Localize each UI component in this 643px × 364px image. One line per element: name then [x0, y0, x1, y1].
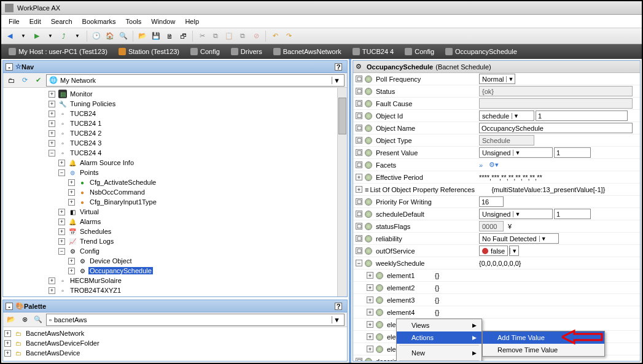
palette-help-icon[interactable]: ? [335, 303, 342, 310]
chevron-down-icon[interactable]: ▼ [506, 76, 515, 82]
menu-search[interactable]: Search [46, 17, 77, 26]
nav-combo[interactable]: 🌐 My Network ▼ [46, 74, 345, 87]
facets-value[interactable]: » [479, 161, 483, 169]
exp-devobj[interactable]: + [68, 258, 75, 265]
saveall-button[interactable]: 🗎 [163, 30, 176, 42]
tree-virtual[interactable]: Virtual [79, 208, 100, 215]
exp-hecb[interactable]: + [49, 277, 55, 284]
exp-alarmsrc[interactable]: + [58, 160, 65, 166]
exp-present[interactable]: ☐ [356, 149, 362, 156]
exp-config[interactable]: − [58, 248, 65, 255]
back-dd[interactable]: ▼ [17, 30, 29, 42]
tree-trend[interactable]: Trend Logs [79, 238, 115, 245]
facets-edit-icon[interactable]: ⚙▾ [489, 161, 499, 169]
menu-help[interactable]: Help [180, 17, 204, 26]
exp-alarms[interactable]: + [58, 219, 65, 225]
palette-net[interactable]: BacnetAwsNetwork [25, 330, 85, 337]
objid-num[interactable]: 1 [536, 110, 628, 121]
exp-points[interactable]: − [58, 169, 65, 176]
tree-cfgact[interactable]: Cfg_ActivateSchedule [88, 179, 157, 186]
save-button[interactable]: 💾 [150, 30, 162, 42]
schdef-num[interactable]: 1 [554, 209, 591, 219]
exp-schedules[interactable]: + [58, 228, 65, 235]
exp-t4[interactable]: − [49, 150, 55, 157]
objname-value[interactable]: OccupancySchedule [479, 123, 633, 133]
crumb-drivers[interactable]: Drivers [226, 47, 267, 56]
exp-nsb[interactable]: + [68, 189, 75, 196]
oos-dd[interactable]: ▼ [509, 246, 519, 256]
tree-devobj[interactable]: Device Object [88, 257, 133, 265]
tree-schedules[interactable]: Schedules [79, 228, 112, 235]
reliability-select[interactable]: No Fault Detected▼ [479, 233, 559, 244]
palette-folder[interactable]: BacnetAwsDeviceFolder [25, 339, 101, 347]
present-select[interactable]: Unsigned▼ [479, 147, 553, 158]
menu-file[interactable]: File [4, 17, 25, 26]
back-button[interactable]: ◀ [4, 30, 16, 42]
copy-button[interactable]: ⧉ [209, 30, 222, 42]
fwd-button[interactable]: ▶ [31, 30, 43, 42]
exp-t1[interactable]: + [49, 120, 55, 127]
exp-objtype[interactable]: ☐ [356, 137, 362, 144]
delete-button[interactable]: ⊘ [250, 30, 262, 42]
exp-status[interactable]: ☐ [356, 88, 362, 95]
exp-el4[interactable]: + [367, 309, 373, 316]
palette-search-icon[interactable]: 🔍 [33, 314, 44, 325]
undo-button[interactable]: ↶ [269, 30, 281, 42]
exp-el2[interactable]: + [367, 284, 373, 291]
tree-trob[interactable]: TROB24T4XYZ1 [69, 287, 122, 294]
schdef-select[interactable]: Unsigned▼ [479, 209, 553, 219]
exp-descrip[interactable]: ☐ [356, 358, 362, 361]
tree-t4[interactable]: TUCB24 4 [69, 149, 103, 157]
redo-button[interactable]: ↷ [283, 30, 295, 42]
exp-trend[interactable]: + [58, 238, 65, 245]
palette-device[interactable]: BacnetAwsDevice [25, 349, 81, 357]
exp-statusflags[interactable]: ☐ [356, 223, 362, 230]
exp-paldev[interactable]: + [4, 350, 11, 357]
tree-t2[interactable]: TUCB24 2 [69, 130, 103, 137]
objid-select[interactable]: schedule▼ [479, 110, 534, 121]
tree-alarmsrc[interactable]: Alarm Source Info [79, 159, 135, 166]
exp-el6[interactable]: + [367, 333, 373, 340]
tree-hecb[interactable]: HECBMurSolaire [69, 277, 123, 284]
nav-tree[interactable]: +▤Monitor +🔧Tuning Policies +▫TUCB24 +▫T… [3, 88, 347, 296]
exp-trob[interactable]: + [49, 287, 55, 294]
crumb-station[interactable]: Station (Test123) [114, 47, 184, 56]
palette-combo[interactable]: ▫ bacnetAws ▼ [46, 314, 345, 326]
exp-el5[interactable]: + [367, 321, 373, 328]
tree-points[interactable]: Points [79, 169, 100, 176]
exp-fault[interactable]: ☐ [356, 100, 362, 107]
present-num[interactable]: 1 [554, 147, 591, 158]
recent-button[interactable]: 🕑 [90, 30, 103, 42]
ctx-new[interactable]: New▶ [397, 347, 481, 359]
priority-value[interactable]: 16 [479, 196, 504, 207]
oos-toggle[interactable]: false [479, 246, 508, 256]
exp-t3[interactable]: + [49, 140, 55, 147]
exp-objid[interactable]: ☐ [356, 112, 362, 119]
palette-collapse-icon[interactable]: - [6, 303, 13, 310]
open-button[interactable]: 📂 [136, 30, 149, 42]
poll-select[interactable]: Normal▼ [479, 74, 515, 84]
chevron-down-icon[interactable]: ▼ [513, 150, 521, 156]
nav-bookmark-icon[interactable]: ✔ [33, 75, 44, 86]
chevron-down-icon[interactable]: ▼ [513, 211, 521, 217]
tree-t0[interactable]: TUCB24 [69, 110, 97, 117]
crumb-host[interactable]: My Host : user-PC1 (Test123) [4, 47, 112, 56]
flags-edit-icon[interactable]: ¥ [508, 223, 512, 230]
crumb-config2[interactable]: Config [400, 47, 439, 56]
exp-occ[interactable]: + [68, 268, 75, 274]
exp-el3[interactable]: + [367, 296, 373, 303]
exp-el1[interactable]: + [367, 272, 373, 279]
chevron-down-icon[interactable]: ▼ [332, 77, 341, 84]
crumb-device[interactable]: TUCB24 4 [348, 47, 399, 56]
nav-expand-icon[interactable]: 🗀 [6, 75, 17, 86]
tree-cfgbin[interactable]: Cfg_BinaryInput1Type [88, 198, 158, 206]
exp-effper[interactable]: + [356, 174, 362, 180]
find-button[interactable]: 🔍 [117, 30, 130, 42]
tree-config[interactable]: Config [79, 247, 101, 255]
exp-objname[interactable]: ☐ [356, 125, 362, 131]
fwd-dd[interactable]: ▼ [44, 30, 57, 42]
nav-scrollbar[interactable] [337, 88, 347, 296]
exp-listref[interactable]: + [356, 186, 362, 193]
exp-oos[interactable]: ☐ [356, 247, 362, 254]
exp-poll[interactable]: ☐ [356, 76, 362, 82]
